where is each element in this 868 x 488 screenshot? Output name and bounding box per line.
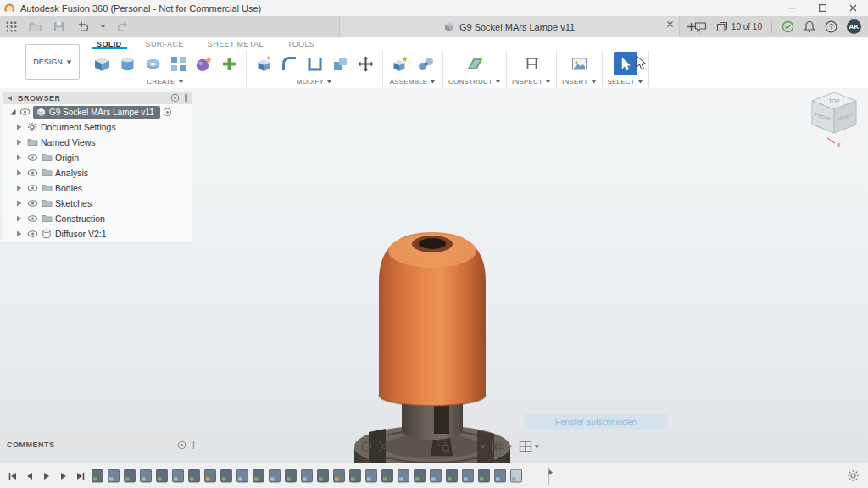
timeline-feature-fillet[interactable]	[333, 469, 345, 483]
panel-grip-icon[interactable]	[191, 441, 195, 450]
browser-item-sketches[interactable]: Sketches	[3, 196, 192, 211]
ribbon-tab-surface[interactable]: SURFACE	[134, 37, 196, 49]
timeline-feature-sketch[interactable]	[253, 469, 264, 483]
pattern-button[interactable]	[166, 52, 190, 75]
timeline-feature-sketch[interactable]	[478, 469, 490, 483]
timeline-feature-sketch[interactable]	[124, 469, 136, 483]
browser-item-bodies[interactable]: Bodies	[3, 180, 192, 196]
step-back-button[interactable]	[24, 470, 36, 481]
maximize-button[interactable]	[807, 0, 837, 16]
timeline-feature-sketch[interactable]	[220, 469, 232, 483]
pan-button[interactable]	[398, 440, 412, 453]
timeline-feature-section[interactable]	[510, 469, 522, 483]
timeline-feature-sketch[interactable]	[285, 469, 297, 483]
timeline-feature-extrude[interactable]	[172, 469, 184, 483]
browser-item-named-views[interactable]: Named Views	[3, 135, 192, 150]
browser-panel-header[interactable]: BROWSER	[3, 92, 192, 104]
timeline-feature-sketch[interactable]	[92, 469, 103, 483]
comment-bubble-icon[interactable]	[694, 21, 707, 33]
move-button[interactable]	[353, 52, 377, 75]
browser-root-row[interactable]: G9 Sockel MArs Lampe v11	[3, 104, 192, 119]
timeline-feature-extrude[interactable]	[269, 469, 281, 483]
panel-grip-icon[interactable]	[184, 93, 188, 103]
select-cursor-button[interactable]	[614, 52, 637, 75]
timeline-feature-extrude[interactable]	[365, 469, 377, 483]
document-tab-close-icon[interactable]	[666, 20, 674, 28]
open-folder-icon[interactable]	[29, 22, 42, 32]
ribbon-group-label-create[interactable]: CREATE	[147, 78, 183, 86]
display-settings-button[interactable]	[465, 440, 486, 453]
view-cube[interactable]: TOP FRONT RIGHT x	[804, 87, 868, 153]
document-tab[interactable]: G9 Sockel MArs Lampe v11	[339, 16, 680, 37]
viewports-button[interactable]	[519, 440, 540, 453]
ribbon-group-label-insert[interactable]: INSERT	[562, 78, 596, 86]
ribbon-tab-tools[interactable]: TOOLS	[275, 37, 326, 49]
ribbon-group-label-assemble[interactable]: ASSEMBLE	[390, 78, 437, 86]
new-body-button[interactable]	[217, 52, 241, 75]
fillet-button[interactable]	[277, 52, 301, 75]
timeline-feature-extrude[interactable]	[140, 469, 152, 483]
zoom-window-button[interactable]	[437, 440, 459, 453]
shell-button[interactable]	[303, 52, 326, 75]
timeline-feature-sketch[interactable]	[317, 469, 329, 483]
undo-icon[interactable]	[76, 21, 88, 32]
timeline-feature-extrude[interactable]	[301, 469, 313, 483]
zoom-button[interactable]	[418, 440, 431, 453]
timeline-feature-sketch[interactable]	[349, 469, 361, 483]
timeline-feature-extrude[interactable]	[462, 469, 474, 483]
timeline-feature-extrude[interactable]	[398, 469, 409, 483]
grid-button[interactable]	[492, 440, 513, 453]
combine-button[interactable]	[328, 52, 352, 75]
ribbon-tab-solid[interactable]: SOLID	[85, 37, 134, 49]
comments-panel-header[interactable]: COMMENTS	[3, 438, 198, 452]
timeline-feature-extrude[interactable]	[430, 469, 442, 483]
plane-button[interactable]	[463, 52, 487, 75]
save-icon[interactable]	[53, 21, 64, 32]
view-cube-top-label[interactable]: TOP	[828, 98, 839, 104]
new-component-button[interactable]	[388, 52, 412, 75]
panel-collapse-icon[interactable]	[7, 95, 14, 102]
timeline-feature-extrude[interactable]	[108, 469, 120, 483]
ribbon-group-label-inspect[interactable]: INSPECT	[512, 78, 551, 86]
browser-item-construction[interactable]: Construction	[3, 211, 192, 226]
press-pull-button[interactable]	[252, 52, 275, 75]
browser-item-document-settings[interactable]: Document Settings	[3, 119, 192, 135]
close-button[interactable]	[837, 0, 868, 16]
browser-item-origin[interactable]: Origin	[3, 150, 192, 165]
ribbon-group-label-construct[interactable]: CONSTRUCT	[448, 78, 501, 86]
timeline-feature-sketch[interactable]	[381, 469, 393, 483]
timeline-feature-sketch[interactable]	[156, 469, 168, 483]
browser-item-analysis[interactable]: Analysis	[3, 165, 192, 180]
timeline-feature-sketch[interactable]	[188, 469, 200, 483]
notifications-bell-icon[interactable]	[804, 20, 815, 33]
timeline-settings-icon[interactable]	[847, 469, 860, 482]
browser-root-item[interactable]: G9 Sockel MArs Lampe v11	[33, 106, 160, 119]
measure-button[interactable]	[520, 52, 543, 75]
app-grid-icon[interactable]	[6, 21, 17, 32]
form-button[interactable]	[192, 52, 215, 75]
box3d-button[interactable]	[90, 52, 114, 75]
timeline-feature-extrude[interactable]	[494, 469, 506, 483]
step-forward-button[interactable]	[58, 470, 70, 481]
ribbon-tab-sheet-metal[interactable]: SHEET METAL	[196, 37, 275, 49]
job-status-icon[interactable]	[782, 20, 794, 33]
skip-to-start-button[interactable]	[7, 470, 19, 481]
timeline-end-marker[interactable]	[544, 467, 553, 485]
timeline-feature-extrude[interactable]	[236, 469, 248, 483]
ribbon-group-label-modify[interactable]: MODIFY	[297, 78, 332, 86]
target-icon[interactable]	[177, 441, 186, 450]
page-indicator[interactable]: 10 of 10	[716, 21, 762, 32]
avatar[interactable]: AK	[847, 19, 861, 34]
look-at-button[interactable]	[379, 440, 392, 453]
play-button[interactable]	[41, 470, 53, 481]
timeline-feature-sketch[interactable]	[446, 469, 458, 483]
workspace-selector[interactable]: DESIGN	[25, 44, 80, 80]
redo-icon[interactable]	[118, 21, 130, 32]
joint-button[interactable]	[414, 52, 437, 75]
skip-to-end-button[interactable]	[75, 470, 86, 481]
help-icon[interactable]: ?	[825, 20, 837, 33]
ribbon-group-label-select[interactable]: SELECT	[608, 78, 643, 86]
orbit-button[interactable]	[359, 440, 373, 453]
minimize-button[interactable]	[776, 0, 807, 16]
undo-caret-icon[interactable]	[100, 25, 106, 29]
